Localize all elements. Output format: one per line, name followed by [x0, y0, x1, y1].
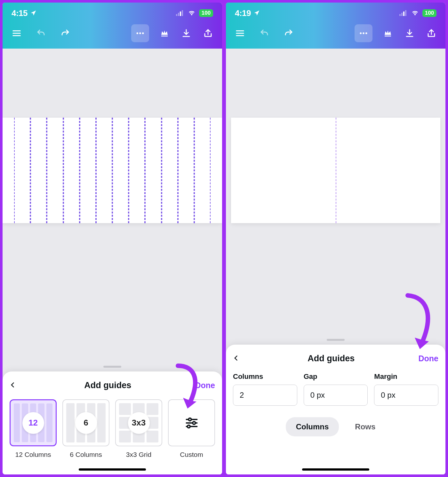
app-header: 4:19 100	[226, 3, 445, 49]
preset-badge: 12	[22, 412, 44, 434]
wifi-icon	[411, 10, 419, 16]
svg-point-6	[142, 32, 144, 34]
signal-icon	[176, 10, 184, 16]
gap-input[interactable]: 0 px	[304, 385, 368, 406]
phone-right: 4:19 100	[226, 3, 445, 474]
svg-point-7	[188, 418, 191, 420]
svg-point-8	[193, 421, 195, 424]
preset-label: 12 Columns	[15, 451, 51, 458]
home-indicator[interactable]	[79, 468, 146, 471]
preset-label: 6 Columns	[70, 451, 102, 458]
undo-button[interactable]	[35, 27, 47, 40]
app-toolbar	[226, 21, 445, 49]
redo-button[interactable]	[59, 27, 72, 40]
app-toolbar	[3, 21, 222, 49]
svg-rect-0	[176, 14, 177, 16]
svg-point-5	[139, 32, 141, 34]
more-button[interactable]	[355, 24, 372, 42]
annotation-arrow	[398, 292, 436, 353]
preset-label: 3x3 Grid	[126, 451, 151, 458]
svg-rect-2	[180, 12, 181, 16]
svg-rect-1	[178, 13, 179, 16]
sliders-icon	[185, 416, 199, 430]
preset-6-columns[interactable]: 6 6 Columns	[62, 399, 109, 458]
column-guides	[3, 118, 222, 223]
redo-button[interactable]	[282, 27, 295, 40]
annotation-arrow	[172, 363, 207, 414]
svg-point-9	[187, 425, 190, 427]
preset-badge: 6	[75, 412, 97, 434]
location-icon	[253, 10, 260, 16]
battery-pill: 100	[199, 9, 213, 17]
svg-point-15	[363, 32, 364, 34]
svg-rect-11	[401, 13, 403, 16]
sheet-handle[interactable]	[327, 339, 345, 341]
share-button[interactable]	[202, 27, 214, 40]
status-bar: 4:15 100	[3, 3, 222, 21]
margin-label: Margin	[374, 372, 438, 381]
status-time: 4:15	[12, 8, 28, 18]
tab-columns[interactable]: Columns	[286, 417, 339, 436]
menu-button[interactable]	[234, 27, 246, 40]
wifi-icon	[188, 10, 196, 16]
menu-button[interactable]	[10, 27, 23, 40]
download-button[interactable]	[403, 27, 416, 40]
margin-input[interactable]: 0 px	[374, 385, 438, 406]
phone-left: 4:15 100	[3, 3, 222, 474]
preset-3x3-grid[interactable]: 3x3 3x3 Grid	[115, 399, 162, 458]
home-indicator[interactable]	[302, 468, 369, 471]
add-guides-custom-sheet: Add guides Done Columns 2 Gap 0 px Margi…	[226, 345, 445, 474]
app-header: 4:15 100	[3, 3, 222, 49]
sheet-handle[interactable]	[103, 366, 121, 368]
back-button[interactable]	[233, 355, 244, 363]
download-button[interactable]	[180, 27, 193, 40]
svg-point-14	[360, 32, 362, 34]
status-time: 4:19	[235, 8, 251, 18]
svg-point-16	[365, 32, 367, 34]
columns-input[interactable]: 2	[233, 385, 297, 406]
gap-label: Gap	[304, 372, 368, 381]
crown-icon[interactable]	[158, 27, 171, 40]
tab-rows[interactable]: Rows	[345, 417, 386, 436]
design-canvas[interactable]	[3, 118, 222, 223]
orientation-tabs: Columns Rows	[233, 417, 438, 436]
svg-point-4	[137, 32, 139, 34]
svg-rect-3	[182, 10, 183, 16]
preset-badge: 3x3	[128, 412, 150, 434]
preset-label: Custom	[180, 451, 203, 458]
svg-rect-13	[405, 10, 406, 16]
svg-rect-10	[399, 14, 401, 16]
crown-icon[interactable]	[381, 27, 394, 40]
sheet-title: Add guides	[20, 380, 195, 390]
signal-icon	[399, 10, 408, 16]
done-button[interactable]: Done	[419, 354, 439, 363]
sheet-title: Add guides	[244, 354, 419, 364]
preset-12-columns[interactable]: 12 12 Columns	[10, 399, 57, 458]
battery-pill: 100	[422, 9, 436, 17]
location-icon	[30, 10, 36, 16]
design-canvas[interactable]	[231, 118, 440, 223]
svg-rect-12	[403, 12, 404, 16]
back-button[interactable]	[10, 382, 20, 389]
share-button[interactable]	[425, 27, 438, 40]
more-button[interactable]	[131, 24, 149, 42]
status-bar: 4:19 100	[226, 3, 445, 21]
undo-button[interactable]	[258, 27, 271, 40]
columns-label: Columns	[233, 372, 297, 381]
